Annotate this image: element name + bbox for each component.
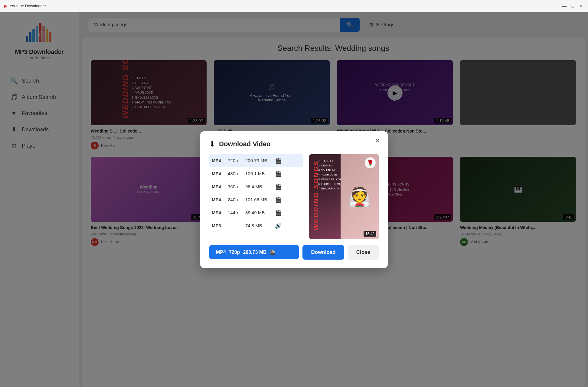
modal-preview: WEDDING SONGS 1. THE GIFT 2. DESTINY 3. … — [309, 154, 379, 239]
selected-format-res: 720p — [229, 250, 240, 255]
app-title: Youtube Downloader — [10, 4, 46, 8]
modal-overlay: ⬇ Download Video ✕ MP4 720p 200.73 MB 🎬 … — [0, 12, 588, 387]
titlebar: ▶ Youtube Downloader — □ ✕ — [0, 0, 588, 12]
close-modal-button[interactable]: Close — [348, 245, 379, 260]
format-icon-2: 🎬 — [275, 183, 282, 190]
format-type-5: MP3 — [212, 223, 225, 228]
format-row-3[interactable]: MP4 240p 101.66 MB 🎬 — [209, 193, 303, 206]
format-size-4: 89.49 MB — [245, 210, 273, 215]
modal-title: Download Video — [219, 140, 271, 148]
maximize-button[interactable]: □ — [570, 3, 576, 9]
minimize-button[interactable]: — — [561, 3, 567, 9]
download-button[interactable]: Download — [302, 245, 344, 260]
format-row-4[interactable]: MP4 144p 89.49 MB 🎬 — [209, 206, 303, 219]
modal-header: ⬇ Download Video — [209, 140, 379, 148]
selected-format-icon: 🎬 — [270, 249, 276, 255]
selected-format-type: MP4 — [216, 250, 226, 255]
format-icon-0: 🎬 — [275, 157, 282, 164]
format-size-2: 98.4 MB — [245, 184, 273, 189]
modal-close-button[interactable]: ✕ — [373, 136, 382, 146]
format-res-0: 720p — [228, 158, 243, 163]
format-size-5: 74.8 MB — [245, 223, 273, 228]
download-modal: ⬇ Download Video ✕ MP4 720p 200.73 MB 🎬 … — [200, 131, 388, 268]
modal-download-icon: ⬇ — [209, 140, 215, 148]
format-row-2[interactable]: MP4 360p 98.4 MB 🎬 — [209, 180, 303, 193]
format-row-5[interactable]: MP3 74.8 MB 🔊 — [209, 219, 303, 232]
selected-format-button[interactable]: MP4 720p 200.73 MB 🎬 — [209, 245, 299, 259]
modal-body: MP4 720p 200.73 MB 🎬 MP4 480p 106.1 MB 🎬… — [209, 154, 379, 239]
format-icon-5: 🔊 — [275, 222, 282, 229]
modal-formats: MP4 720p 200.73 MB 🎬 MP4 480p 106.1 MB 🎬… — [209, 154, 303, 239]
format-row-0[interactable]: MP4 720p 200.73 MB 🎬 — [209, 154, 303, 167]
format-icon-3: 🎬 — [275, 196, 282, 203]
format-res-3: 240p — [228, 197, 243, 202]
format-type-3: MP4 — [212, 197, 225, 202]
format-res-2: 360p — [228, 184, 243, 189]
format-size-3: 101.66 MB — [245, 197, 273, 202]
format-type-1: MP4 — [212, 171, 225, 176]
format-size-0: 200.73 MB — [245, 158, 273, 163]
format-icon-4: 🎬 — [275, 209, 282, 216]
titlebar-controls: — □ ✕ — [561, 3, 584, 9]
app-logo-icon: ▶ — [4, 3, 7, 9]
format-row-1[interactable]: MP4 480p 106.1 MB 🎬 — [209, 167, 303, 180]
format-type-4: MP4 — [212, 210, 225, 215]
format-type-0: MP4 — [212, 158, 225, 163]
modal-footer: MP4 720p 200.73 MB 🎬 Download Close — [209, 245, 379, 260]
format-res-4: 144p — [228, 210, 243, 215]
format-size-1: 106.1 MB — [245, 171, 273, 176]
format-icon-1: 🎬 — [275, 170, 282, 177]
format-type-2: MP4 — [212, 184, 225, 189]
titlebar-title-area: ▶ Youtube Downloader — [4, 3, 46, 9]
close-button[interactable]: ✕ — [578, 3, 584, 9]
selected-format-size: 200.73 MB — [243, 250, 266, 255]
format-res-1: 480p — [228, 171, 243, 176]
